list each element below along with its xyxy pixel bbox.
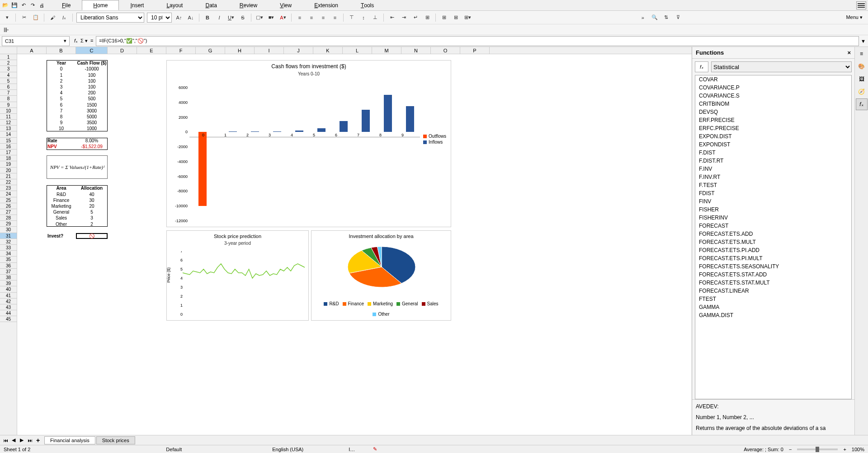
row-header-28[interactable]: 28 [0,215,17,221]
sum-icon[interactable]: Σ ▾ [80,38,88,44]
menu-review[interactable]: Review [228,0,269,10]
cell[interactable]: Finance [47,197,76,203]
func-item[interactable]: DEVSQ [695,108,851,116]
clear-format-icon[interactable]: Iₓ [60,13,69,22]
columns-icon[interactable]: ⊪ [4,26,9,33]
row-header-43[interactable]: 43 [0,304,17,310]
valign-mid-icon[interactable]: ↕ [359,13,368,22]
cell[interactable]: Invest? [47,233,76,239]
cell[interactable]: General [47,209,76,215]
func-item[interactable]: FORECAST.ETS.MULT [695,238,851,246]
row-header-23[interactable]: 23 [0,185,17,191]
menu-file[interactable]: File [51,0,82,10]
row-header-15[interactable]: 15 [0,138,17,144]
cell[interactable]: 8 [47,114,76,120]
cashflow-chart[interactable]: Cash flows from investment ($) Years 0-1… [166,60,451,227]
align-left-icon[interactable]: ≡ [295,13,304,22]
font-name-select[interactable]: Liberation Sans [76,13,144,23]
cell[interactable]: 100 [76,84,108,90]
new-doc-icon[interactable]: ▾ [3,13,12,22]
row-header-22[interactable]: 22 [0,179,17,185]
close-icon[interactable]: × [847,49,851,56]
properties-icon[interactable]: ≡ [856,48,868,60]
func-item[interactable]: FORECAST.ETS.PI.ADD [695,246,851,254]
align-justify-icon[interactable]: ≡ [330,13,340,22]
col-header-M[interactable]: M [372,47,401,54]
menu-tools[interactable]: Tools [349,0,385,10]
func-item[interactable]: FORECAST.ETS.STAT.MULT [695,279,851,287]
func-item[interactable]: F.DIST.RT [695,157,851,165]
cell[interactable]: 2 [47,78,76,84]
copy-icon[interactable]: 📋 [31,13,40,22]
functions-icon[interactable]: fₓ [856,98,868,110]
row-header-31[interactable]: 31 [0,233,17,239]
func-item[interactable]: FISHERINV [695,214,851,222]
menu-home[interactable]: Home [82,0,119,10]
row-header-34[interactable]: 34 [0,251,17,257]
align-center-icon[interactable]: ≡ [307,13,316,22]
clone-format-icon[interactable]: 🖌 [48,13,57,22]
func-item[interactable]: F.INV.RT [695,173,851,181]
cell[interactable]: -10000 [76,66,108,72]
bgcolor-icon[interactable]: ■▾ [267,13,276,22]
cell[interactable]: 1 [47,72,76,78]
sheet-tab[interactable]: Stock prices [96,436,135,444]
row-header-41[interactable]: 41 [0,293,17,299]
func-item[interactable]: FORECAST [695,222,851,230]
merge-icon[interactable]: ⊞ [423,13,432,22]
cell[interactable]: Marketing [47,203,76,209]
cell[interactable]: Other [47,221,76,227]
cell[interactable]: 5 [76,209,108,215]
col-header-E[interactable]: E [137,47,166,54]
grid-icon[interactable]: ⊞ [439,13,448,22]
cell[interactable]: 0 [47,66,76,72]
cell[interactable]: Cash Flow ($) [76,60,108,66]
cell[interactable]: 200 [76,90,108,96]
bold-icon[interactable]: B [203,13,212,22]
row-header-8[interactable]: 8 [0,96,17,102]
navigator-icon[interactable]: 🧭 [856,86,868,98]
cell[interactable]: 3 [76,215,108,221]
col-header-L[interactable]: L [343,47,372,54]
cells-area[interactable]: NPV = Σ Valuesᵢ/(1+Rate)ⁱ Cash flows fro… [17,54,692,435]
menu-data[interactable]: Data [194,0,228,10]
select-all-corner[interactable] [0,47,17,54]
func-item[interactable]: FORECAST.LINEAR [695,287,851,295]
row-header-5[interactable]: 5 [0,78,17,84]
cell[interactable]: Area [47,185,76,191]
row-header-14[interactable]: 14 [0,131,17,137]
align-right-icon[interactable]: ≡ [319,13,328,22]
cell[interactable]: 100 [76,72,108,78]
col-header-C[interactable]: C [76,47,108,54]
row-header-25[interactable]: 25 [0,197,17,203]
row-header-18[interactable]: 18 [0,155,17,161]
spreadsheet[interactable]: ABCDEFGHIJKLMNOP 12345678910111213141516… [0,47,692,435]
func-item[interactable]: COVARIANCE.P [695,84,851,92]
cell[interactable]: 30 [76,197,108,203]
row-header-7[interactable]: 7 [0,90,17,96]
func-item[interactable]: EXPON.DIST [695,132,851,140]
func-item[interactable]: F.DIST [695,149,851,157]
cell[interactable]: 4 [47,90,76,96]
col-header-O[interactable]: O [431,47,460,54]
cell[interactable]: 9 [47,120,76,126]
cell-reference-box[interactable]: C31 ▾ [2,36,70,46]
cell[interactable]: 20 [76,203,108,209]
row-header-10[interactable]: 10 [0,108,17,114]
equals-icon[interactable]: = [90,38,93,44]
row-header-44[interactable]: 44 [0,310,17,316]
cell[interactable]: 3000 [76,108,108,114]
valign-bot-icon[interactable]: ⊥ [371,13,380,22]
func-item[interactable]: ERF.PRECISE [695,116,851,124]
row-header-6[interactable]: 6 [0,84,17,90]
decrease-font-icon[interactable]: A↓ [186,13,195,22]
func-item[interactable]: CRITBINOM [695,100,851,108]
func-item[interactable]: COVARIANCE.S [695,92,851,100]
fx-icon[interactable]: fₓ [74,38,78,44]
cell[interactable]: 10 [47,126,76,131]
row-header-11[interactable]: 11 [0,114,17,120]
row-header-24[interactable]: 24 [0,191,17,197]
col-header-N[interactable]: N [401,47,431,54]
cond-format-icon[interactable]: ⊞ [451,13,460,22]
row-header-12[interactable]: 12 [0,120,17,126]
